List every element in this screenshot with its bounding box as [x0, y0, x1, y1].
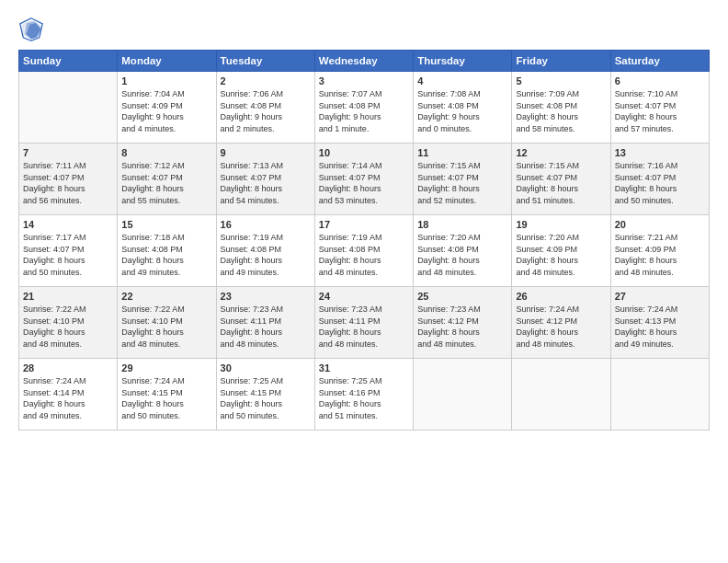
day-number: 20 — [615, 219, 705, 230]
day-info: Sunrise: 7:04 AM Sunset: 4:09 PM Dayligh… — [121, 88, 211, 134]
day-info: Sunrise: 7:12 AM Sunset: 4:07 PM Dayligh… — [121, 160, 211, 206]
col-header-saturday: Saturday — [610, 51, 709, 72]
calendar-cell: 11Sunrise: 7:15 AM Sunset: 4:07 PM Dayli… — [414, 144, 512, 215]
week-row-2: 7Sunrise: 7:11 AM Sunset: 4:07 PM Daylig… — [19, 144, 710, 215]
day-number: 21 — [23, 291, 113, 302]
calendar-cell: 25Sunrise: 7:23 AM Sunset: 4:12 PM Dayli… — [414, 287, 512, 359]
day-info: Sunrise: 7:10 AM Sunset: 4:07 PM Dayligh… — [615, 88, 705, 134]
col-header-thursday: Thursday — [414, 51, 512, 72]
day-number: 8 — [121, 147, 211, 158]
day-info: Sunrise: 7:17 AM Sunset: 4:07 PM Dayligh… — [23, 232, 113, 278]
calendar-cell: 2Sunrise: 7:06 AM Sunset: 4:08 PM Daylig… — [216, 72, 314, 144]
calendar-cell: 13Sunrise: 7:16 AM Sunset: 4:07 PM Dayli… — [610, 144, 709, 215]
day-number: 19 — [516, 219, 606, 230]
day-number: 7 — [23, 147, 113, 158]
calendar-cell — [414, 359, 512, 431]
day-info: Sunrise: 7:21 AM Sunset: 4:09 PM Dayligh… — [615, 232, 705, 278]
day-info: Sunrise: 7:13 AM Sunset: 4:07 PM Dayligh… — [221, 160, 311, 206]
calendar-cell: 6Sunrise: 7:10 AM Sunset: 4:07 PM Daylig… — [610, 72, 709, 144]
day-info: Sunrise: 7:08 AM Sunset: 4:08 PM Dayligh… — [417, 88, 507, 134]
day-info: Sunrise: 7:09 AM Sunset: 4:08 PM Dayligh… — [516, 88, 606, 134]
day-number: 16 — [221, 219, 311, 230]
day-info: Sunrise: 7:16 AM Sunset: 4:07 PM Dayligh… — [615, 160, 705, 206]
day-info: Sunrise: 7:24 AM Sunset: 4:14 PM Dayligh… — [23, 375, 113, 421]
calendar-cell: 12Sunrise: 7:15 AM Sunset: 4:07 PM Dayli… — [512, 144, 610, 215]
calendar-cell: 30Sunrise: 7:25 AM Sunset: 4:15 PM Dayli… — [216, 359, 314, 431]
calendar-cell: 1Sunrise: 7:04 AM Sunset: 4:09 PM Daylig… — [118, 72, 216, 144]
calendar-cell: 19Sunrise: 7:20 AM Sunset: 4:09 PM Dayli… — [512, 215, 610, 287]
day-number: 9 — [221, 147, 311, 158]
calendar-cell: 28Sunrise: 7:24 AM Sunset: 4:14 PM Dayli… — [19, 359, 118, 431]
page: SundayMondayTuesdayWednesdayThursdayFrid… — [0, 0, 728, 563]
day-info: Sunrise: 7:20 AM Sunset: 4:08 PM Dayligh… — [417, 232, 507, 278]
day-number: 26 — [516, 291, 606, 302]
col-header-friday: Friday — [512, 51, 610, 72]
day-info: Sunrise: 7:25 AM Sunset: 4:15 PM Dayligh… — [221, 375, 311, 421]
day-number: 4 — [417, 75, 507, 86]
day-info: Sunrise: 7:18 AM Sunset: 4:08 PM Dayligh… — [121, 232, 211, 278]
calendar-cell: 21Sunrise: 7:22 AM Sunset: 4:10 PM Dayli… — [19, 287, 118, 359]
day-number: 14 — [23, 219, 113, 230]
calendar-cell: 9Sunrise: 7:13 AM Sunset: 4:07 PM Daylig… — [216, 144, 314, 215]
day-info: Sunrise: 7:22 AM Sunset: 4:10 PM Dayligh… — [23, 304, 113, 350]
col-header-tuesday: Tuesday — [216, 51, 314, 72]
day-info: Sunrise: 7:14 AM Sunset: 4:07 PM Dayligh… — [319, 160, 409, 206]
calendar-cell: 17Sunrise: 7:19 AM Sunset: 4:08 PM Dayli… — [314, 215, 413, 287]
day-number: 17 — [319, 219, 409, 230]
day-number: 15 — [121, 219, 211, 230]
day-info: Sunrise: 7:15 AM Sunset: 4:07 PM Dayligh… — [516, 160, 606, 206]
calendar-cell: 15Sunrise: 7:18 AM Sunset: 4:08 PM Dayli… — [118, 215, 216, 287]
day-number: 5 — [516, 75, 606, 86]
day-number: 24 — [319, 291, 409, 302]
day-number: 23 — [221, 291, 311, 302]
day-info: Sunrise: 7:20 AM Sunset: 4:09 PM Dayligh… — [516, 232, 606, 278]
calendar-cell: 4Sunrise: 7:08 AM Sunset: 4:08 PM Daylig… — [414, 72, 512, 144]
day-number: 11 — [417, 147, 507, 158]
calendar-cell: 29Sunrise: 7:24 AM Sunset: 4:15 PM Dayli… — [118, 359, 216, 431]
calendar-cell: 8Sunrise: 7:12 AM Sunset: 4:07 PM Daylig… — [118, 144, 216, 215]
day-info: Sunrise: 7:19 AM Sunset: 4:08 PM Dayligh… — [221, 232, 311, 278]
calendar-cell: 26Sunrise: 7:24 AM Sunset: 4:12 PM Dayli… — [512, 287, 610, 359]
calendar-body: 1Sunrise: 7:04 AM Sunset: 4:09 PM Daylig… — [19, 72, 710, 431]
day-info: Sunrise: 7:23 AM Sunset: 4:11 PM Dayligh… — [319, 304, 409, 350]
day-info: Sunrise: 7:11 AM Sunset: 4:07 PM Dayligh… — [23, 160, 113, 206]
day-number: 27 — [615, 291, 705, 302]
day-number: 12 — [516, 147, 606, 158]
calendar-table: SundayMondayTuesdayWednesdayThursdayFrid… — [18, 50, 710, 431]
day-info: Sunrise: 7:25 AM Sunset: 4:16 PM Dayligh… — [319, 375, 409, 421]
logo — [18, 17, 48, 42]
day-info: Sunrise: 7:22 AM Sunset: 4:10 PM Dayligh… — [121, 304, 211, 350]
day-info: Sunrise: 7:15 AM Sunset: 4:07 PM Dayligh… — [417, 160, 507, 206]
col-header-sunday: Sunday — [19, 51, 118, 72]
day-number: 2 — [221, 75, 311, 86]
calendar-cell: 5Sunrise: 7:09 AM Sunset: 4:08 PM Daylig… — [512, 72, 610, 144]
day-number: 10 — [319, 147, 409, 158]
day-info: Sunrise: 7:24 AM Sunset: 4:15 PM Dayligh… — [121, 375, 211, 421]
calendar-cell: 3Sunrise: 7:07 AM Sunset: 4:08 PM Daylig… — [314, 72, 413, 144]
calendar-cell: 24Sunrise: 7:23 AM Sunset: 4:11 PM Dayli… — [314, 287, 413, 359]
day-number: 13 — [615, 147, 705, 158]
calendar-cell: 14Sunrise: 7:17 AM Sunset: 4:07 PM Dayli… — [19, 215, 118, 287]
calendar-cell — [19, 72, 118, 144]
calendar-cell: 20Sunrise: 7:21 AM Sunset: 4:09 PM Dayli… — [610, 215, 709, 287]
day-number: 18 — [417, 219, 507, 230]
day-info: Sunrise: 7:19 AM Sunset: 4:08 PM Dayligh… — [319, 232, 409, 278]
week-row-1: 1Sunrise: 7:04 AM Sunset: 4:09 PM Daylig… — [19, 72, 710, 144]
week-row-4: 21Sunrise: 7:22 AM Sunset: 4:10 PM Dayli… — [19, 287, 710, 359]
calendar-cell: 27Sunrise: 7:24 AM Sunset: 4:13 PM Dayli… — [610, 287, 709, 359]
day-number: 29 — [121, 362, 211, 373]
header-row: SundayMondayTuesdayWednesdayThursdayFrid… — [19, 51, 710, 72]
calendar-cell: 23Sunrise: 7:23 AM Sunset: 4:11 PM Dayli… — [216, 287, 314, 359]
calendar-cell: 31Sunrise: 7:25 AM Sunset: 4:16 PM Dayli… — [314, 359, 413, 431]
calendar-cell: 10Sunrise: 7:14 AM Sunset: 4:07 PM Dayli… — [314, 144, 413, 215]
day-number: 1 — [121, 75, 211, 86]
week-row-5: 28Sunrise: 7:24 AM Sunset: 4:14 PM Dayli… — [19, 359, 710, 431]
day-info: Sunrise: 7:06 AM Sunset: 4:08 PM Dayligh… — [221, 88, 311, 134]
day-info: Sunrise: 7:24 AM Sunset: 4:13 PM Dayligh… — [615, 304, 705, 350]
calendar-cell — [512, 359, 610, 431]
day-number: 25 — [417, 291, 507, 302]
calendar-cell — [610, 359, 709, 431]
calendar-cell: 16Sunrise: 7:19 AM Sunset: 4:08 PM Dayli… — [216, 215, 314, 287]
col-header-monday: Monday — [118, 51, 216, 72]
day-number: 6 — [615, 75, 705, 86]
